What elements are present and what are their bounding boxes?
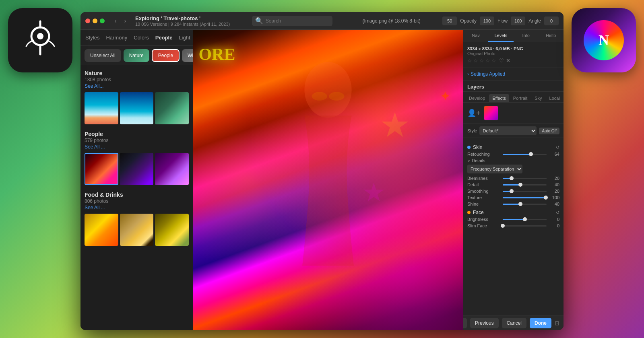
people-thumb-1[interactable] — [85, 153, 118, 185]
maximize-button[interactable] — [100, 19, 105, 23]
slim-face-row: Slim Face 0 — [467, 223, 559, 228]
neon-text-ore: ORE — [198, 45, 235, 64]
style-row: Style Default* Auto Off — [463, 124, 564, 138]
flow-input[interactable] — [511, 16, 525, 25]
flag-icon[interactable]: ✕ — [506, 58, 510, 64]
title-bar: ‹ › Exploring ' Travel-photos ' 10 056 V… — [80, 12, 564, 30]
auto-off-button[interactable]: Auto Off — [539, 128, 559, 134]
nav-tabs: Styles Harmony Colors People Light — [80, 30, 193, 46]
food-thumb-3[interactable] — [155, 214, 189, 246]
tab-people[interactable]: People — [155, 33, 173, 42]
brightness-thumb[interactable] — [523, 217, 527, 221]
done-button[interactable]: Done — [530, 318, 551, 328]
forward-button[interactable]: › — [121, 16, 130, 25]
previous-button[interactable]: Previous — [470, 318, 499, 328]
settings-applied[interactable]: › Settings Applied — [463, 68, 564, 80]
svg-point-7 — [312, 92, 327, 101]
search-bar[interactable]: 🔍 — [252, 16, 332, 26]
blemishes-thumb[interactable] — [510, 176, 514, 180]
nature-thumb-2[interactable] — [120, 92, 154, 124]
blemishes-slider[interactable] — [503, 178, 547, 179]
detail-slider[interactable] — [503, 184, 547, 185]
add-person-icon[interactable]: 👤+ — [467, 109, 481, 117]
nature-photo-grid — [85, 92, 189, 124]
people-section: People 579 photos See All ... — [85, 131, 189, 185]
food-see-all[interactable]: See All ... — [85, 205, 189, 210]
chip-nature[interactable]: Nature — [124, 49, 149, 62]
details-label[interactable]: Details — [472, 158, 485, 163]
tab-colors[interactable]: Colors — [134, 33, 149, 42]
ltab-portrait[interactable]: Portrait — [510, 94, 530, 102]
people-thumb-2[interactable] — [120, 153, 154, 185]
food-photo-grid — [85, 214, 189, 246]
photo-info: 8334 x 8334 · 6,0 MB · PNG Original Phot… — [463, 42, 564, 68]
content-area: Styles Harmony Colors People Light Unsel… — [80, 30, 564, 330]
nature-section: Nature 1308 photos See All... — [85, 70, 189, 124]
retouching-thumb[interactable] — [529, 152, 533, 156]
gallery-content: Nature 1308 photos See All... People 579 — [80, 65, 193, 330]
nature-thumb-1[interactable] — [85, 92, 118, 124]
retouching-value: 64 — [550, 152, 559, 157]
retouching-slider[interactable] — [503, 154, 547, 155]
tab-light[interactable]: Light — [179, 33, 190, 42]
chip-people[interactable]: People — [152, 49, 180, 62]
smoothing-thumb[interactable] — [510, 189, 514, 193]
rpanel-tab-histo[interactable]: Histo — [539, 30, 564, 42]
cancel-button[interactable]: Cancel — [502, 318, 526, 328]
back-button[interactable]: ‹ — [111, 16, 120, 25]
skin-reset-icon[interactable]: ↺ — [556, 145, 559, 150]
people-see-all[interactable]: See All ... — [85, 144, 189, 150]
detail-value: 40 — [550, 182, 559, 187]
face-reset-icon[interactable]: ↺ — [556, 210, 559, 215]
close-button[interactable] — [85, 19, 90, 23]
nature-thumb-3[interactable] — [155, 92, 189, 124]
ltab-sky[interactable]: Sky — [531, 94, 545, 102]
food-thumb-2[interactable] — [120, 214, 154, 246]
people-thumb-3[interactable] — [155, 153, 189, 185]
search-input[interactable] — [266, 18, 329, 24]
freq-sep-select[interactable]: Frequency Separation — [467, 165, 522, 173]
flow-label: Flow — [497, 18, 508, 24]
star-5[interactable]: ☆ — [491, 58, 496, 64]
pixelmator-logo-icon — [18, 18, 62, 62]
smoothing-slider[interactable] — [503, 191, 547, 192]
star-4[interactable]: ☆ — [485, 58, 490, 64]
retouching-fill — [503, 154, 531, 155]
star-2[interactable]: ☆ — [473, 58, 478, 64]
shine-slider[interactable] — [503, 204, 547, 205]
rpanel-tab-levels[interactable]: Levels — [488, 30, 513, 42]
shine-thumb[interactable] — [518, 202, 522, 206]
rpanel-tab-nav[interactable]: Nav — [463, 30, 488, 42]
angle-input[interactable] — [544, 16, 559, 25]
ai-logo-icon — [584, 20, 624, 60]
tab-harmony[interactable]: Harmony — [106, 33, 127, 42]
detail-row: Detail 40 — [467, 182, 559, 187]
minimize-button[interactable] — [93, 19, 97, 23]
skin-dot — [467, 146, 471, 149]
food-thumb-1[interactable] — [85, 214, 118, 246]
heart-icon[interactable]: ♡ — [499, 58, 504, 64]
ltab-effects[interactable]: Effects — [489, 94, 509, 102]
slim-face-slider[interactable] — [503, 225, 547, 227]
texture-row: Texture 100 — [467, 195, 559, 200]
star-3[interactable]: ☆ — [479, 58, 484, 64]
texture-slider[interactable] — [503, 197, 547, 198]
opacity-input[interactable] — [480, 16, 494, 25]
nature-see-all[interactable]: See All... — [85, 83, 189, 89]
tab-styles[interactable]: Styles — [85, 33, 99, 42]
chip-wildlife[interactable]: Wildlife — [182, 49, 193, 62]
size-input[interactable] — [442, 16, 457, 25]
style-label: Style — [467, 128, 477, 133]
detail-thumb[interactable] — [518, 183, 522, 187]
fullscreen-icon[interactable]: ⊡ — [555, 320, 559, 326]
texture-thumb[interactable] — [544, 196, 548, 200]
ltab-local[interactable]: Local — [546, 94, 563, 102]
ltab-develop[interactable]: Develop — [466, 94, 488, 102]
star-1[interactable]: ☆ — [467, 58, 472, 64]
brightness-slider[interactable] — [503, 219, 547, 220]
slim-face-thumb[interactable] — [501, 224, 505, 228]
layer-thumbnail[interactable] — [484, 106, 498, 120]
chip-unselect-all[interactable]: Unselect All — [85, 49, 121, 62]
style-select[interactable]: Default* — [479, 126, 537, 135]
rpanel-tab-info[interactable]: Info — [514, 30, 539, 42]
